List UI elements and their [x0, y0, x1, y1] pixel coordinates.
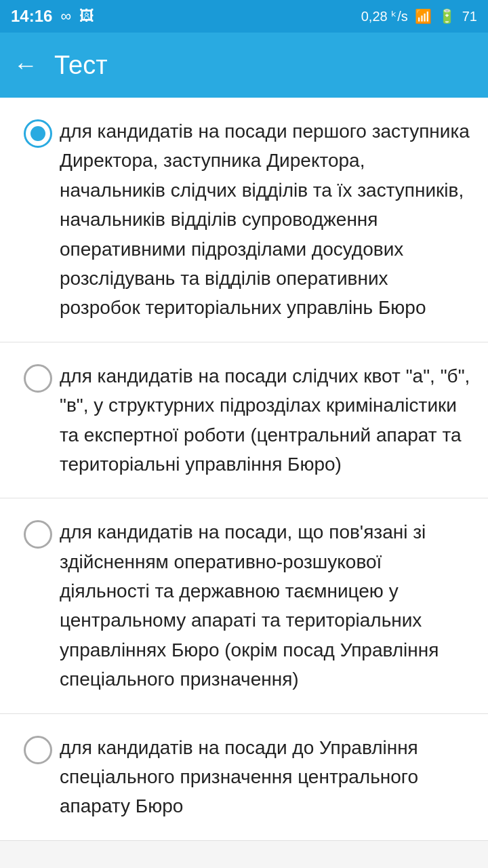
status-time: 14:16 [11, 7, 52, 26]
list-item[interactable]: для кандидатів на посади до Управління с… [0, 714, 488, 840]
radio-container-2[interactable] [16, 361, 60, 393]
app-bar: ← Тест [0, 33, 488, 98]
radio-button-3[interactable] [24, 520, 52, 549]
status-bar: 14:16 ∞ 🖼 0,28 ᵏ/s 📶 🔋 71 [0, 0, 488, 33]
radio-button-2[interactable] [24, 364, 52, 393]
radio-container-4[interactable] [16, 733, 60, 764]
radio-container-3[interactable] [16, 517, 60, 549]
status-battery-icon: 🔋 [439, 8, 455, 24]
list-item[interactable]: для кандидатів на посади, що пов'язані з… [0, 498, 488, 713]
option-text-3: для кандидатів на посади, що пов'язані з… [60, 517, 472, 694]
list-item[interactable]: для кандидатів на посади першого заступн… [0, 98, 488, 342]
option-text-4: для кандидатів на посади до Управління с… [60, 733, 472, 821]
option-text-2: для кандидатів на посади слідчих квот "а… [60, 361, 472, 479]
status-image-icon: 🖼 [79, 7, 94, 25]
status-wifi-icon: 📶 [415, 8, 432, 24]
list-item[interactable]: для кандидатів на посади слідчих квот "а… [0, 342, 488, 498]
back-button[interactable]: ← [14, 53, 38, 77]
option-text-1: для кандидатів на посади першого заступн… [60, 117, 472, 323]
radio-button-1[interactable] [24, 119, 52, 148]
radio-inner-1 [30, 126, 45, 141]
status-speed: 0,28 ᵏ/s [361, 8, 408, 24]
divider-4 [0, 840, 488, 841]
options-list: для кандидатів на посади першого заступн… [0, 98, 488, 841]
status-battery-level: 71 [462, 9, 477, 24]
status-infinity-icon: ∞ [60, 7, 71, 25]
page-title: Тест [54, 51, 108, 80]
radio-container-1[interactable] [16, 117, 60, 148]
status-bar-left: 14:16 ∞ 🖼 [11, 7, 94, 26]
status-bar-right: 0,28 ᵏ/s 📶 🔋 71 [361, 8, 477, 24]
radio-button-4[interactable] [24, 736, 52, 764]
